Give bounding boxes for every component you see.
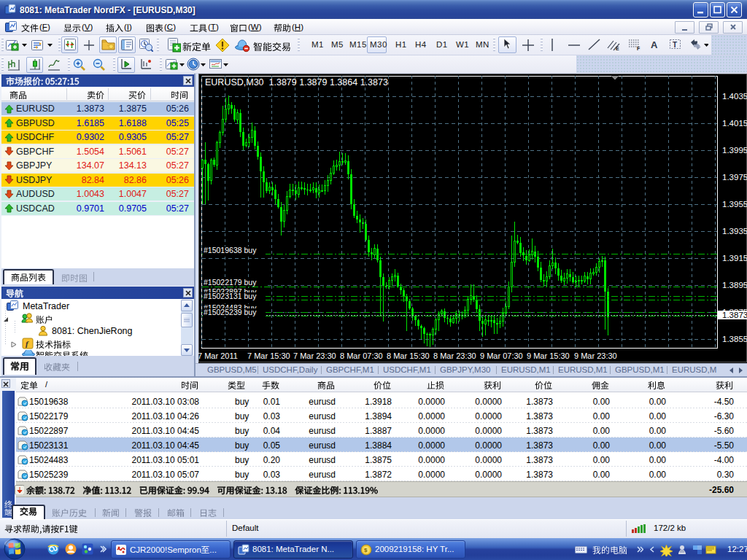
svg-text:9 Mar 23:30: 9 Mar 23:30	[574, 351, 617, 360]
svg-text:E: E	[616, 46, 619, 51]
svg-text:9 Mar 07:30: 9 Mar 07:30	[480, 351, 523, 360]
svg-text:1.4015: 1.4015	[722, 119, 747, 128]
svg-text:7 Mar 23:30: 7 Mar 23:30	[293, 351, 336, 360]
svg-text:7 Mar 15:30: 7 Mar 15:30	[247, 351, 290, 360]
svg-text:1.3935: 1.3935	[722, 227, 747, 236]
svg-text:1.3895: 1.3895	[722, 281, 747, 289]
svg-text:F: F	[637, 46, 640, 51]
svg-text:1.3915: 1.3915	[722, 254, 747, 262]
svg-text:9 Mar 15:30: 9 Mar 15:30	[527, 351, 570, 360]
svg-text:8 Mar 07:30: 8 Mar 07:30	[340, 351, 383, 360]
svg-text:#15022179 buy: #15022179 buy	[204, 278, 257, 287]
svg-text:7 Mar 2011: 7 Mar 2011	[198, 351, 238, 360]
svg-text:1.3955: 1.3955	[722, 200, 747, 209]
svg-text:#15023131 buy: #15023131 buy	[204, 292, 257, 300]
svg-text:T: T	[673, 41, 677, 49]
svg-text:8 Mar 23:30: 8 Mar 23:30	[433, 351, 476, 360]
svg-text:1.3855: 1.3855	[722, 335, 747, 343]
svg-text:#15025239 buy: #15025239 buy	[204, 308, 257, 316]
svg-text:1.3995: 1.3995	[722, 146, 747, 155]
svg-text:8 Mar 15:30: 8 Mar 15:30	[387, 351, 430, 360]
svg-text:$: $	[364, 547, 368, 553]
svg-text:1.4035: 1.4035	[722, 92, 747, 101]
svg-text:1.3873: 1.3873	[722, 311, 747, 319]
svg-text:1.3975: 1.3975	[722, 173, 747, 182]
svg-text:#15019638 buy: #15019638 buy	[204, 246, 257, 254]
svg-text:EURUSD,M30 1.3879 1.3879 1.38: EURUSD,M30 1.3879 1.3879 1.3864 1.3873	[205, 77, 388, 88]
